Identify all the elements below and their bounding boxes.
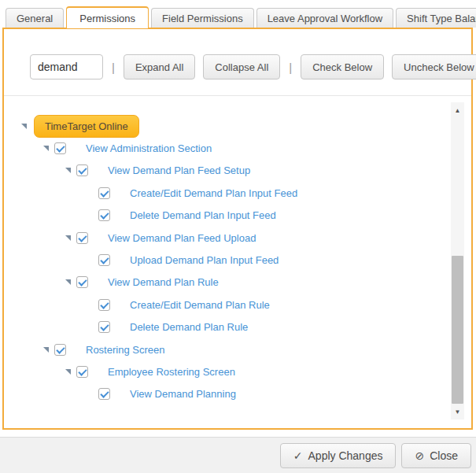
permissions-window: General Permissions Field Permissions Le… (0, 0, 476, 473)
tree-node: View Demand Planning (21, 383, 471, 405)
tab-label: Permissions (79, 13, 135, 24)
tree-node-checkbox[interactable] (98, 254, 110, 266)
tree-scrollbar: ▲ ▼ (451, 102, 464, 419)
tree-node: Create/Edit Demand Plan Input Feed (21, 182, 471, 204)
tree-node-label[interactable]: Employee Rostering Screen (96, 366, 235, 378)
tree-node-checkbox[interactable] (76, 366, 88, 378)
tree-node-checkbox[interactable] (98, 187, 110, 199)
tree-node-checkbox[interactable] (76, 164, 88, 176)
expand-all-button[interactable]: Expand All (124, 54, 195, 79)
tab[interactable]: Field Permissions (151, 8, 254, 28)
collapse-arrow-icon[interactable] (21, 124, 27, 129)
tree-node-label[interactable]: Upload Demand Plan Input Feed (118, 254, 279, 266)
tree-node-label[interactable]: View Demand Planning (118, 388, 236, 400)
toolbar-separator: | (111, 61, 116, 74)
permissions-panel: | Expand All Collapse All | Check Below … (2, 28, 473, 430)
tab[interactable]: General (6, 8, 64, 28)
close-button[interactable]: ⊘ Close (401, 443, 471, 468)
search-input[interactable] (30, 54, 103, 79)
tree-node: View Demand Plan Rule (21, 272, 471, 294)
tree-node-label[interactable]: View Demand Plan Feed Upload (96, 232, 256, 244)
collapse-arrow-icon[interactable] (65, 168, 71, 173)
tree-node-label[interactable]: View Demand Plan Rule (96, 276, 219, 288)
tree-node-checkbox[interactable] (98, 388, 110, 400)
block-icon: ⊘ (415, 449, 424, 462)
collapse-arrow-icon[interactable] (65, 235, 71, 241)
tab-label: Leave Approval Workflow (268, 13, 382, 24)
tree-node-label[interactable]: View Administration Section (74, 142, 212, 154)
uncheck-below-button[interactable]: Uncheck Below (392, 54, 476, 79)
window-footer: ✓ Apply Changes ⊘ Close (0, 437, 476, 473)
collapse-all-button[interactable]: Collapse All (203, 54, 280, 79)
scroll-down-icon[interactable]: ▼ (451, 405, 464, 418)
apply-changes-button[interactable]: ✓ Apply Changes (280, 443, 397, 468)
collapse-arrow-icon[interactable] (65, 369, 71, 375)
tree-node: Delete Demand Plan Rule (21, 316, 471, 338)
tree-toolbar: | Expand All Collapse All | Check Below … (4, 29, 471, 95)
permissions-tree: TimeTarget Online View Administration Se… (4, 96, 471, 405)
tree-node: Upload Demand Plan Input Feed (21, 249, 471, 271)
close-label: Close (430, 449, 458, 462)
tab[interactable]: Leave Approval Workflow (256, 8, 393, 28)
tree-node: Rostering Screen (21, 338, 471, 360)
tree-node-checkbox[interactable] (98, 299, 110, 311)
tree-node: Create/Edit Demand Plan Rule (21, 294, 471, 316)
tree-node: Employee Rostering Screen (21, 360, 471, 382)
tree-node-label[interactable]: Rostering Screen (74, 344, 164, 356)
tree-node-checkbox[interactable] (98, 321, 110, 333)
tab-label: Shift Type Balances (407, 13, 476, 24)
permissions-tree-area: TimeTarget Online View Administration Se… (4, 96, 471, 428)
tree-node-label[interactable]: Create/Edit Demand Plan Rule (118, 299, 270, 311)
tree-node-checkbox[interactable] (54, 142, 66, 154)
collapse-arrow-icon[interactable] (65, 279, 71, 285)
tree-node: View Administration Section (21, 137, 471, 159)
collapse-arrow-icon[interactable] (43, 347, 49, 353)
toolbar-separator: | (288, 61, 293, 74)
tree-node: View Demand Plan Feed Upload (21, 227, 471, 249)
check-below-button[interactable]: Check Below (301, 54, 384, 79)
tab-strip: General Permissions Field Permissions Le… (0, 0, 476, 28)
tree-node-checkbox[interactable] (98, 209, 110, 221)
tree-node-checkbox[interactable] (76, 276, 88, 288)
tree-node-checkbox[interactable] (76, 232, 88, 244)
collapse-arrow-icon[interactable] (43, 146, 49, 151)
scrollbar-thumb[interactable] (452, 256, 463, 404)
tree-node-label[interactable]: TimeTarget Online (34, 115, 139, 138)
tab-label: Field Permissions (162, 13, 243, 24)
tree-node-label[interactable]: View Demand Plan Feed Setup (96, 164, 250, 176)
tree-node: Delete Demand Plan Input Feed (21, 205, 471, 227)
tree-node-checkbox[interactable] (54, 344, 66, 356)
tree-node: TimeTarget Online (21, 115, 471, 137)
tab-label: General (17, 13, 53, 24)
tab[interactable]: Shift Type Balances (396, 8, 476, 28)
tab[interactable]: Permissions (66, 6, 149, 29)
scroll-up-icon[interactable]: ▲ (451, 104, 464, 116)
tree-node: View Demand Plan Feed Setup (21, 160, 471, 182)
tree-node-label[interactable]: Delete Demand Plan Rule (118, 321, 248, 333)
tree-node-label[interactable]: Delete Demand Plan Input Feed (118, 209, 276, 221)
tree-node-label[interactable]: Create/Edit Demand Plan Input Feed (118, 187, 297, 199)
apply-changes-label: Apply Changes (308, 449, 383, 462)
check-icon: ✓ (293, 449, 303, 462)
